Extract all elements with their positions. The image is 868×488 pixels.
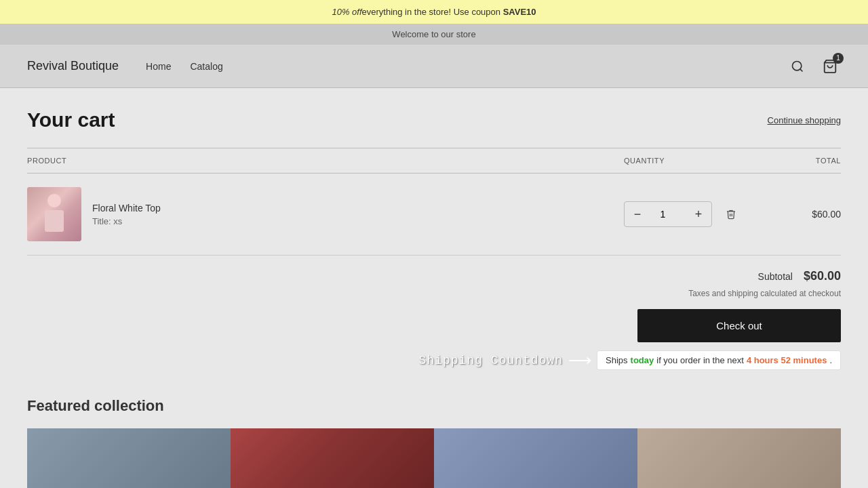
featured-item-4[interactable] [637, 428, 841, 488]
cart-button[interactable]: 1 [819, 56, 841, 77]
svg-line-1 [800, 68, 803, 71]
coupon-code: SAVE10 [503, 7, 536, 17]
decrease-quantity-button[interactable]: − [625, 201, 650, 227]
cart-title: Your cart [27, 108, 115, 131]
welcome-text: Welcome to our store [392, 29, 475, 39]
main-content: Your cart Continue shopping PRODUCT QUAN… [0, 88, 868, 488]
welcome-bar: Welcome to our store [0, 24, 868, 45]
header-actions: 1 [787, 56, 841, 77]
main-nav: Home Catalog [146, 61, 223, 72]
ships-prefix: Ships [606, 355, 628, 365]
featured-item-3[interactable] [434, 428, 637, 488]
announcement-bar: 10% offeverything in the store! Use coup… [0, 0, 868, 24]
remove-item-button[interactable] [720, 203, 742, 225]
featured-section: Featured collection [27, 397, 841, 488]
increase-quantity-button[interactable]: + [686, 201, 711, 227]
featured-title: Featured collection [27, 397, 841, 415]
product-image [27, 187, 81, 241]
cart-summary: Subtotal $60.00 Taxes and shipping calcu… [27, 269, 841, 342]
shipping-countdown-annotation: Shipping Countdown [419, 354, 563, 367]
featured-item-2[interactable] [231, 428, 434, 488]
col-header-product: PRODUCT [27, 157, 624, 165]
subtotal-label: Subtotal [758, 271, 793, 282]
featured-grid [27, 428, 841, 488]
shipping-annotation-area: Shipping Countdown ⟶ Ships today if you … [27, 350, 841, 370]
nav-home[interactable]: Home [146, 61, 171, 72]
quantity-controls: − + [624, 201, 712, 227]
cart-table: PRODUCT QUANTITY TOTAL Floral White Top … [27, 148, 841, 256]
quantity-wrapper: − + [624, 201, 760, 227]
ships-suffix: . [829, 355, 832, 365]
subtotal-amount: $60.00 [804, 269, 841, 283]
svg-point-0 [793, 61, 802, 70]
cart-table-header: PRODUCT QUANTITY TOTAL [27, 148, 841, 174]
product-variant: Title: xs [92, 216, 161, 226]
search-button[interactable] [787, 56, 808, 77]
nav-catalog[interactable]: Catalog [190, 61, 222, 72]
ships-time: 4 hours 52 minutes [747, 355, 827, 365]
tax-note: Taxes and shipping calculated at checkou… [27, 289, 841, 298]
col-header-quantity: QUANTITY [624, 157, 760, 165]
announcement-text-italic: 10% off [332, 7, 361, 17]
product-info: Floral White Top Title: xs [92, 203, 161, 226]
featured-item-1[interactable] [27, 428, 231, 488]
col-header-total: TOTAL [760, 157, 841, 165]
brand-logo[interactable]: Revival Boutique [27, 59, 119, 73]
quantity-input[interactable] [650, 209, 686, 220]
site-header: Revival Boutique Home Catalog 1 [0, 45, 868, 88]
cart-header-row: Your cart Continue shopping [27, 108, 841, 131]
product-name: Floral White Top [92, 203, 161, 214]
cart-item-product: Floral White Top Title: xs [27, 187, 624, 241]
cart-item: Floral White Top Title: xs − + [27, 174, 841, 256]
announcement-text-main: everything in the store! Use coupon [362, 7, 503, 17]
arrow-icon: ⟶ [568, 351, 591, 370]
product-image-inner [27, 187, 81, 241]
subtotal-row: Subtotal $60.00 [27, 269, 841, 283]
shipping-countdown-badge: Ships today if you order in the next 4 h… [597, 350, 841, 370]
item-total-price: $60.00 [760, 209, 841, 220]
cart-count: 1 [833, 53, 844, 64]
ships-today: today [631, 355, 654, 365]
page-wrapper: 10% offeverything in the store! Use coup… [0, 0, 868, 488]
continue-shopping-link[interactable]: Continue shopping [768, 115, 841, 125]
checkout-button[interactable]: Check out [637, 309, 841, 342]
ships-middle: if you order in the next [656, 355, 744, 365]
